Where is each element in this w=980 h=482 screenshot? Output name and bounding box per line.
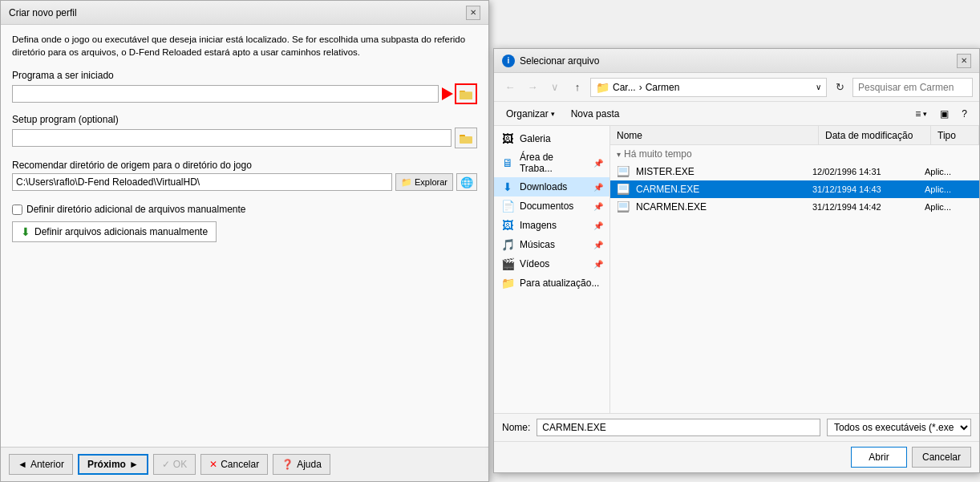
path-input[interactable] (12, 173, 392, 191)
define-extra-btn[interactable]: ⬇ Definir arquivos adicionais manualment… (12, 221, 217, 242)
cancelar-left-btn[interactable]: ✕ Cancelar (200, 454, 268, 475)
ajuda-btn[interactable]: ❓ Ajuda (273, 454, 330, 475)
define-extra-label: Definir diretório adicional de arquivos … (26, 204, 245, 215)
view-icon: ≡ (915, 108, 921, 119)
nav-item-downloads[interactable]: ⬇ Downloads 📌 (494, 177, 609, 196)
view-btn[interactable]: ≡ ▾ (909, 105, 933, 123)
search-input[interactable] (858, 82, 978, 93)
explore-icon: 📁 (401, 177, 412, 188)
downloads-icon: ⬇ (500, 180, 515, 193)
explore-btn[interactable]: 📁 Explorar (395, 173, 453, 191)
ok-label: OK (173, 459, 187, 470)
carmen-filename: CARMEN.EXE (636, 184, 812, 195)
back-icon: ← (505, 81, 516, 93)
right-dialog: i Selecionar arquivo ✕ ← → ∨ ↑ 📁 Car... … (493, 48, 980, 473)
dropdown-btn[interactable]: ∨ (545, 78, 565, 97)
nav-item-imagens[interactable]: 🖼 Imagens 📌 (494, 216, 609, 235)
ok-btn[interactable]: ✓ OK (153, 454, 196, 475)
left-dialog-footer: ◄ Anterior Próximo ► ✓ OK ✕ Cancelar ❓ A… (1, 447, 488, 481)
proximo-label: Próximo (87, 459, 126, 470)
nav-item-videos[interactable]: 🎬 Vídeos 📌 (494, 254, 609, 273)
mister-filename: MISTER.EXE (636, 166, 812, 177)
nav-item-para-atualizacao[interactable]: 📁 Para atualização... (494, 273, 609, 293)
nav-pin-imagens: 📌 (593, 221, 603, 230)
search-box: 🔍 (852, 78, 973, 97)
program-input[interactable] (12, 85, 439, 103)
table-row[interactable]: NCARMEN.EXE 31/12/1994 14:42 Aplic... (610, 198, 979, 216)
col-date-header[interactable]: Data de modificação (819, 126, 931, 144)
refresh-btn[interactable]: ↻ (830, 78, 849, 97)
forward-btn[interactable]: → (523, 78, 542, 97)
table-row[interactable]: CARMEN.EXE 31/12/1994 14:43 Aplic... (610, 180, 979, 198)
svg-rect-6 (619, 168, 627, 172)
proximo-btn[interactable]: Próximo ► (78, 454, 148, 475)
web-btn[interactable]: 🌐 (456, 173, 477, 191)
galeria-icon: 🖼 (500, 132, 515, 145)
organize-btn[interactable]: Organizar ▾ (500, 105, 561, 123)
ncarmen-file-icon (617, 200, 631, 213)
file-list-panel: Nome Data de modificação Tipo ▾ Há muito… (610, 126, 979, 413)
view-arrow-icon: ▾ (923, 110, 927, 118)
nav-item-documentos-label: Documentos (520, 200, 573, 212)
checkbox-row: Definir diretório adicional de arquivos … (12, 204, 477, 215)
back-btn[interactable]: ← (500, 78, 520, 97)
documentos-icon: 📄 (500, 200, 515, 213)
nav-item-area-trabalho[interactable]: 🖥 Área de Traba... 📌 (494, 148, 609, 177)
anterior-btn[interactable]: ◄ Anterior (9, 454, 73, 475)
svg-rect-12 (619, 203, 627, 208)
nav-item-area-trabalho-label: Área de Traba... (520, 152, 589, 174)
imagens-icon: 🖼 (500, 219, 515, 232)
address-path[interactable]: 📁 Car... › Carmen ∨ (590, 78, 827, 97)
exe-file-icon (618, 201, 630, 213)
svg-rect-4 (460, 136, 472, 144)
file-list-header: Nome Data de modificação Tipo (610, 126, 979, 145)
nav-item-documentos[interactable]: 📄 Documentos 📌 (494, 196, 609, 216)
svg-rect-10 (618, 193, 629, 195)
col-type-header[interactable]: Tipo (931, 126, 979, 144)
filename-input[interactable] (537, 419, 820, 436)
right-dialog-close-btn[interactable]: ✕ (957, 54, 971, 68)
nav-item-musicas[interactable]: 🎵 Músicas 📌 (494, 235, 609, 254)
up-btn[interactable]: ↑ (568, 78, 587, 97)
address-bar: ← → ∨ ↑ 📁 Car... › Carmen ∨ ↻ 🔍 (494, 73, 979, 102)
nav-item-imagens-label: Imagens (520, 220, 557, 231)
setup-browse-btn[interactable] (455, 128, 477, 148)
filetype-select[interactable]: Todos os executáveis (*.exe, *.c (827, 419, 971, 436)
para-atualizacao-icon: 📁 (500, 277, 515, 290)
program-browse-btn[interactable] (455, 83, 477, 104)
nav-item-galeria[interactable]: 🖼 Galeria (494, 129, 609, 148)
nav-pin-videos: 📌 (593, 260, 603, 269)
carmen-file-icon (617, 183, 631, 196)
carmen-date: 31/12/1994 14:43 (812, 184, 925, 194)
nav-item-galeria-label: Galeria (520, 133, 551, 144)
define-extra-checkbox[interactable] (12, 205, 22, 215)
svg-rect-13 (618, 211, 629, 213)
folder-icon (459, 132, 473, 144)
program-label: Programa a ser iniciado (12, 70, 477, 81)
action-bar: Abrir Cancelar (494, 441, 979, 472)
exe-file-icon (618, 166, 630, 177)
nav-pin-documentos: 📌 (593, 202, 603, 211)
left-dialog-close-btn[interactable]: ✕ (466, 6, 480, 20)
help-btn[interactable]: ? (956, 105, 973, 123)
organize-arrow-icon: ▾ (551, 110, 555, 118)
col-name-header[interactable]: Nome (610, 126, 819, 144)
setup-input[interactable] (12, 129, 452, 147)
web-icon: 🌐 (460, 176, 473, 188)
nova-pasta-btn[interactable]: Nova pasta (565, 105, 626, 123)
table-row[interactable]: MISTER.EXE 12/02/1996 14:31 Aplic... (610, 163, 979, 180)
abrir-btn[interactable]: Abrir (851, 447, 907, 468)
videos-icon: 🎬 (500, 257, 515, 270)
nav-item-para-atualizacao-label: Para atualização... (520, 277, 599, 289)
cancelar-icon: ✕ (209, 459, 217, 470)
filename-bar: Nome: Todos os executáveis (*.exe, *.c (494, 413, 979, 441)
ncarmen-filename: NCARMEN.EXE (636, 201, 812, 213)
organize-label: Organizar (506, 108, 549, 119)
carmen-type: Aplic... (925, 184, 973, 194)
cancelar-right-btn[interactable]: Cancelar (912, 447, 971, 468)
pane-btn[interactable]: ▣ (934, 105, 954, 123)
ok-check-icon: ✓ (162, 459, 170, 470)
filename-label: Nome: (502, 422, 530, 433)
left-dialog-titlebar: Criar novo perfil ✕ (1, 1, 488, 25)
file-browser-main: 🖼 Galeria 🖥 Área de Traba... 📌 ⬇ Downloa… (494, 126, 979, 413)
